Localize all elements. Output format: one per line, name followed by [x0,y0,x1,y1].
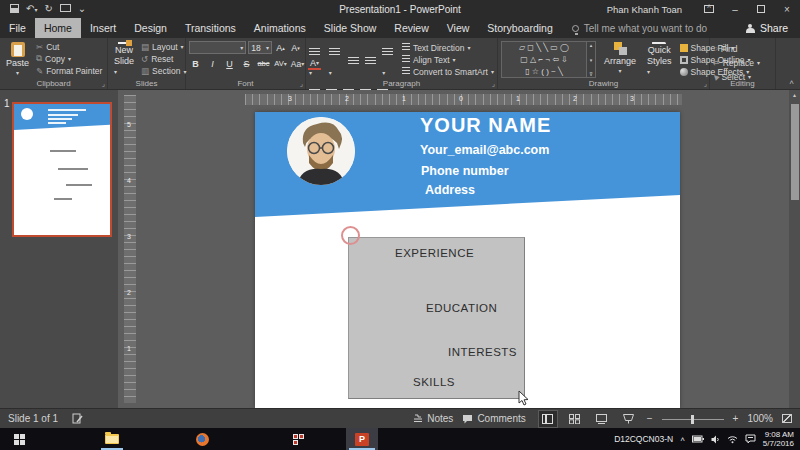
tell-me-box[interactable]: Tell me what you want to do [562,19,717,38]
tab-file[interactable]: File [0,18,35,38]
section-interests[interactable]: INTERESTS [448,346,517,358]
taskbar-clock[interactable]: 9:08 AM 5/7/2016 [763,430,794,448]
battery-icon[interactable] [692,435,704,443]
zoom-slider[interactable] [662,414,724,424]
taskbar-firefox[interactable] [188,428,216,450]
fit-slide-to-window-icon[interactable] [782,414,792,423]
numbering-button[interactable]: ▾ [329,43,343,79]
reset-button[interactable]: ↺Reset [141,53,186,64]
layout-dropdown-icon[interactable]: ▾ [181,43,184,50]
text-direction-button[interactable]: Text Direction▾ [402,42,494,53]
paste-dropdown-icon[interactable]: ▾ [16,69,19,76]
slide-thumbnail[interactable] [12,102,112,237]
find-button[interactable]: ○Find [713,42,772,55]
slide-canvas[interactable]: YOUR NAME Your_email@abc.com Phone numbe… [255,112,680,408]
new-slide-button[interactable]: New Slide ▾ [111,41,137,77]
italic-button[interactable]: I [206,57,219,70]
font-size-combobox[interactable]: 18▾ [248,41,272,54]
tab-view[interactable]: View [438,18,479,38]
redo-button[interactable]: ↻ [44,4,52,14]
shapes-more-icon[interactable]: ⊽ [587,71,595,77]
slide-sorter-view-button[interactable] [566,411,584,427]
clipboard-dialog-launcher-icon[interactable]: ⌟ [102,80,105,88]
speaker-icon[interactable] [711,435,720,444]
collapse-ribbon-icon[interactable]: ˄ [789,78,794,87]
spell-check-button[interactable] [72,413,83,424]
action-center-icon[interactable] [745,434,756,444]
scrollbar-thumb[interactable] [791,104,799,200]
drawing-dialog-launcher-icon[interactable]: ⌟ [704,80,707,88]
tab-home[interactable]: Home [35,18,81,38]
slideshow-view-button[interactable] [620,411,638,427]
text-shadow-button[interactable]: abc [257,57,270,70]
undo-dropdown-icon[interactable]: ▾ [34,7,37,13]
vertical-scrollbar[interactable]: ▴ [789,90,800,408]
arrange-button[interactable]: Arrange ▾ [601,41,639,77]
change-case-button[interactable]: Aa▾ [291,57,304,70]
font-name-combobox[interactable]: ▾ [189,41,246,54]
slide-address-text[interactable]: Address [425,183,475,197]
slide-name-text[interactable]: YOUR NAME [420,114,551,137]
slide-email-text[interactable]: Your_email@abc.com [420,143,549,157]
paste-button[interactable]: Paste ▾ [3,41,32,77]
zoom-level[interactable]: 100% [747,413,773,424]
font-size-dropdown-icon[interactable]: ▾ [266,44,269,51]
increase-indent-button[interactable] [365,52,376,70]
slide-phone-text[interactable]: Phone number [421,164,509,178]
shapes-row-3[interactable]: ▯ ☆ ( ) ~ ╲ [502,66,586,78]
close-button[interactable]: × [774,0,800,18]
maximize-button[interactable] [748,0,774,18]
layout-button[interactable]: ▤Layout▾ [141,41,186,52]
zoom-slider-thumb[interactable] [691,415,694,424]
copy-button[interactable]: ⧉Copy▾ [36,53,102,64]
content-box-shape[interactable]: EXPERIENCE EDUCATION INTERESTS SKILLS [348,237,525,399]
shapes-row-2[interactable]: ▢ △ ⌐ ¬ ⇦ ⇩ [502,54,586,66]
zoom-out-button[interactable]: − [647,413,653,424]
tab-review[interactable]: Review [385,18,437,38]
tab-insert[interactable]: Insert [81,18,125,38]
tab-transitions[interactable]: Transitions [176,18,245,38]
wifi-icon[interactable] [727,435,738,444]
strikethrough-button[interactable]: S [240,57,253,70]
shapes-scroll-down-icon[interactable]: ▾ [587,57,595,63]
profile-photo[interactable] [287,117,355,185]
replace-button[interactable]: ⇄Replace▾ [713,56,772,69]
scrollbar-up-icon[interactable]: ▴ [789,90,800,100]
font-dialog-launcher-icon[interactable]: ⌟ [300,80,303,88]
start-button[interactable] [6,428,32,450]
decrease-indent-button[interactable] [348,52,359,70]
format-painter-button[interactable]: ✎Format Painter [36,66,102,77]
normal-view-button[interactable] [539,411,557,427]
underline-button[interactable]: U [223,57,236,70]
undo-button[interactable]: ↶▾ [26,4,37,15]
reading-view-button[interactable] [593,411,611,427]
shapes-row-1[interactable]: ▱ ◻ ╲ ╲ ▭ ◯ [502,42,586,54]
paragraph-dialog-launcher-icon[interactable]: ⌟ [492,80,495,88]
section-education[interactable]: EDUCATION [426,302,497,314]
align-text-button[interactable]: Align Text▾ [402,54,494,65]
vertical-ruler[interactable]: 5 4 3 2 1 [124,95,136,403]
convert-smartart-button[interactable]: Convert to SmartArt▾ [402,66,494,77]
tab-design[interactable]: Design [125,18,176,38]
taskbar-file-explorer[interactable] [98,428,126,450]
font-name-dropdown-icon[interactable]: ▾ [240,44,243,51]
tray-chevron-icon[interactable]: ˄ [680,435,685,444]
quick-styles-button[interactable]: Quick Styles ▾ [644,41,675,77]
cut-button[interactable]: ✂Cut [36,41,102,52]
section-experience[interactable]: EXPERIENCE [395,247,474,259]
comments-button[interactable]: Comments [462,413,525,424]
taskbar-network-app[interactable] [284,428,312,450]
ribbon-display-options-button[interactable] [696,0,722,18]
taskbar-powerpoint[interactable]: P [346,428,378,450]
save-button[interactable] [10,4,19,15]
tab-storyboarding[interactable]: Storyboarding [478,18,561,38]
shapes-scroll-up-icon[interactable]: ▴ [587,42,595,48]
tab-slide-show[interactable]: Slide Show [315,18,386,38]
shrink-font-button[interactable]: A▾ [289,41,302,54]
minimize-button[interactable]: – [722,0,748,18]
section-skills[interactable]: SKILLS [413,376,455,388]
bold-button[interactable]: B [189,57,202,70]
account-name[interactable]: Phan Khanh Toan [607,4,682,15]
shapes-gallery[interactable]: ▱ ◻ ╲ ╲ ▭ ◯ ▢ △ ⌐ ¬ ⇦ ⇩ ▯ ☆ ( ) ~ ╲ [501,41,587,78]
notes-button[interactable]: Notes [413,413,453,424]
